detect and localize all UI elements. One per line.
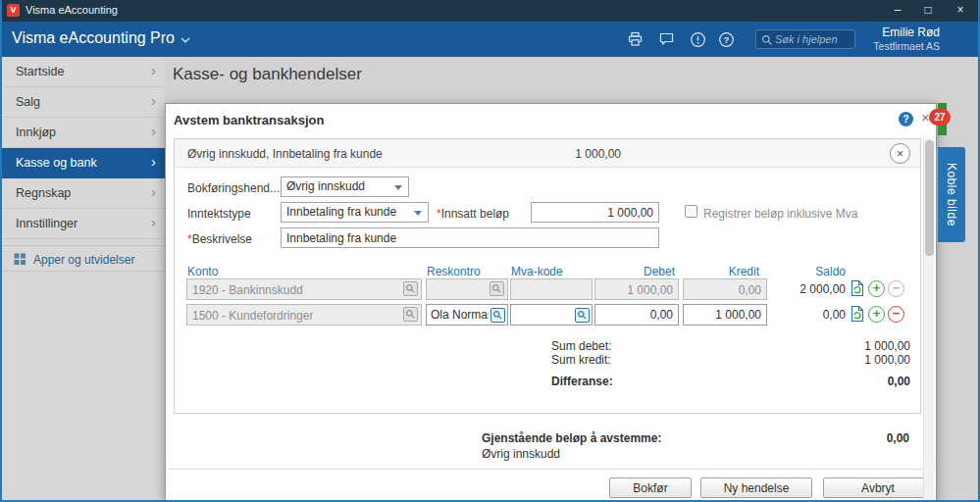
dialog-help-icon[interactable]: ? — [899, 112, 913, 126]
print-icon[interactable] — [626, 30, 645, 52]
app-title-menu[interactable]: Visma eAccounting Pro — [12, 29, 175, 47]
col-header-mva-kode[interactable]: Mva-kode — [511, 265, 563, 278]
debet-input[interactable] — [594, 304, 679, 326]
chevron-right-icon: › — [151, 123, 156, 139]
row2-remove-row-button[interactable]: − — [888, 306, 904, 323]
row2-mva-cell — [510, 304, 593, 326]
remaining-amount-label: Gjenstående beløp å avstemme: — [482, 431, 661, 445]
chevron-right-icon: › — [151, 214, 156, 230]
income-type-label: Inntektstype — [187, 207, 251, 221]
row2-debet-cell — [594, 304, 679, 326]
help-search-box[interactable] — [755, 29, 855, 49]
row2-saldo-value: 0,00 — [767, 308, 846, 322]
sidebar-item-kasse-og-bank[interactable]: Kasse og bank › — [2, 148, 165, 178]
row2-add-row-button[interactable]: + — [868, 306, 885, 323]
chevron-right-icon: › — [151, 153, 156, 170]
row1-reskontro-cell — [426, 278, 508, 300]
col-header-saldo[interactable]: Saldo — [767, 265, 846, 278]
window-border-left — [0, 0, 2, 502]
user-menu[interactable]: Emilie Rød Testfirmaet AS — [873, 25, 940, 52]
kredit-input[interactable] — [683, 304, 767, 326]
avbryt-button[interactable]: Avbryt — [823, 477, 933, 498]
sidebar-item-innkjop[interactable]: Innkjøp › — [2, 118, 165, 148]
row2-kredit-cell — [683, 304, 767, 326]
remaining-amount-note: Øvrig innskudd — [482, 447, 560, 461]
koble-bilde-tab[interactable]: Koble bilde — [938, 147, 965, 242]
differanse-value: 0,00 — [802, 375, 910, 388]
chevron-down-icon — [181, 37, 190, 43]
ny-hendelse-button[interactable]: Ny hendelse — [700, 477, 812, 498]
dialog-title: Avstem banktransaksjon — [174, 113, 324, 127]
row2-konto-cell: 1500 - Kundefordringer — [186, 304, 422, 326]
minimize-button[interactable]: – — [883, 0, 912, 22]
sum-kredit-value: 1 000,00 — [802, 353, 910, 367]
sidebar-item-apper-og-utvidelser[interactable]: Apper og utvidelser — [2, 245, 165, 272]
transaction-summary-text: Øvrig innskudd, Innbetaling fra kunde — [187, 147, 383, 161]
row1-mva-cell — [510, 278, 593, 300]
lookup-icon[interactable] — [490, 308, 505, 323]
vat-inclusive-label: Registrer beløp inklusive Mva — [703, 207, 857, 221]
bokfor-button[interactable]: Bokfør — [609, 477, 692, 498]
reconcile-bank-transaction-dialog: Avstem banktransaksjon ? × Øvrig innskud… — [165, 103, 937, 502]
search-input[interactable] — [775, 31, 851, 47]
sum-kredit-label: Sum kredit: — [551, 353, 611, 367]
lookup-icon — [490, 281, 504, 296]
sidebar-item-regnskap[interactable]: Regnskap › — [2, 178, 165, 209]
transaction-panel: Øvrig innskudd, Innbetaling fra kunde 1 … — [174, 138, 921, 414]
chat-icon[interactable] — [657, 30, 676, 52]
close-button[interactable]: × — [944, 0, 977, 22]
row1-kredit-cell: 0,00 — [683, 278, 767, 300]
deposit-amount-input[interactable] — [531, 202, 659, 223]
scrollbar-thumb[interactable] — [925, 140, 934, 256]
chevron-down-icon — [414, 211, 422, 216]
row1-debet-cell: 1 000,00 — [594, 278, 679, 300]
chevron-right-icon: › — [151, 183, 156, 200]
sidebar-item-salg[interactable]: Salg › — [2, 87, 165, 118]
chevron-down-icon — [394, 185, 402, 190]
transaction-summary-row: Øvrig innskudd, Innbetaling fra kunde 1 … — [175, 139, 920, 168]
row1-saldo-value: 2 000,00 — [767, 282, 846, 296]
col-header-konto[interactable]: Konto — [187, 265, 218, 278]
user-name: Emilie Rød — [873, 25, 940, 39]
row1-add-row-button[interactable]: + — [868, 280, 885, 297]
description-input[interactable] — [281, 227, 659, 248]
titlebar: V Visma eAccounting – □ × — [0, 0, 980, 22]
row1-refresh-balance-icon[interactable] — [850, 279, 865, 301]
lookup-icon — [403, 307, 418, 322]
lookup-icon[interactable] — [575, 308, 590, 323]
lookup-icon — [403, 281, 418, 296]
sidebar-item-innstillinger[interactable]: Innstillinger › — [2, 209, 165, 239]
visma-logo-icon: V — [7, 4, 20, 17]
sidebar-item-startside[interactable]: Startside › — [2, 57, 165, 87]
apps-grid-icon — [14, 253, 26, 266]
row2-refresh-balance-icon[interactable] — [850, 305, 865, 326]
remove-transaction-button[interactable]: × — [890, 143, 910, 164]
maximize-button[interactable]: □ — [913, 0, 943, 22]
notification-badge: 27 — [929, 109, 951, 126]
sum-debet-label: Sum debet: — [551, 339, 611, 353]
help-icon[interactable]: ? — [717, 30, 736, 53]
event-type-select[interactable]: Øvrig innskudd — [281, 176, 409, 197]
svg-text:?: ? — [724, 34, 730, 45]
col-header-reskontro[interactable]: Reskontro — [427, 265, 481, 278]
event-type-label: Bokføringshend... — [187, 181, 280, 195]
chevron-right-icon: › — [151, 92, 156, 109]
sum-debet-value: 1 000,00 — [802, 339, 910, 353]
dialog-scrollbar[interactable] — [923, 138, 934, 502]
remaining-amount-value: 0,00 — [811, 431, 909, 445]
vat-inclusive-checkbox[interactable] — [685, 205, 697, 218]
window-title: Visma eAccounting — [26, 4, 118, 16]
col-header-debet[interactable]: Debet — [595, 265, 675, 278]
alert-icon[interactable] — [689, 30, 707, 53]
description-label: *Beskrivelse — [187, 232, 252, 246]
app-window: V Visma eAccounting – □ × Visma eAccount… — [0, 0, 980, 502]
app-header: Visma eAccounting Pro ? Emilie Rød Testf… — [2, 22, 978, 57]
income-type-select[interactable]: Innbetaling fra kunde — [281, 202, 429, 223]
col-header-kredit[interactable]: Kredit — [684, 265, 759, 278]
dialog-footer-divider — [167, 469, 935, 470]
row1-remove-row-button: − — [888, 280, 904, 297]
deposit-amount-label: *Innsatt beløp — [437, 207, 509, 221]
search-icon — [761, 34, 773, 46]
row1-konto-cell: 1920 - Bankinnskudd — [186, 278, 422, 300]
chevron-right-icon: › — [151, 62, 156, 78]
